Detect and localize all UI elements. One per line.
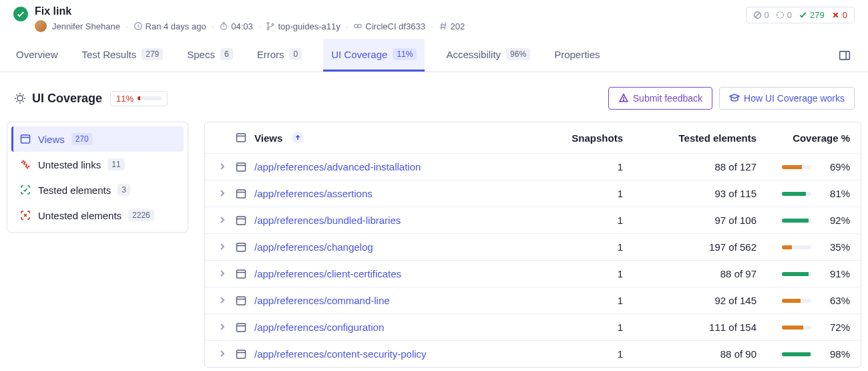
coverage-mini-fill: [138, 96, 140, 100]
view-path[interactable]: /app/references/changelog: [254, 241, 529, 253]
link-broken-icon: [19, 158, 31, 170]
stat-pending: 0: [776, 10, 792, 20]
panel-toggle-icon[interactable]: [835, 45, 855, 66]
author-name: Jennifer Shehane: [52, 21, 120, 31]
svg-rect-22: [237, 217, 246, 225]
status-passed-icon: [13, 7, 28, 21]
sidebar-item-tested-elements[interactable]: Tested elements3: [11, 177, 184, 203]
tested-count: 88 of 90: [623, 348, 756, 360]
tab-overview[interactable]: Overview: [13, 39, 61, 72]
svg-point-3: [268, 28, 270, 30]
sidebar-item-untested-links[interactable]: Untested links11: [11, 152, 184, 177]
coverage-bar: [782, 352, 811, 356]
expand-icon[interactable]: [209, 188, 236, 199]
view-path[interactable]: /app/references/client-certificates: [254, 268, 529, 279]
svg-rect-18: [237, 163, 246, 171]
table-row: /app/references/advanced-installation188…: [205, 153, 861, 180]
table-row: /app/references/changelog1197 of 56235%: [205, 233, 861, 260]
coverage-bar: [782, 192, 811, 196]
snapshot-count: 1: [529, 188, 623, 199]
run-title: Fix link: [35, 5, 465, 17]
svg-rect-32: [237, 350, 246, 358]
expand-icon[interactable]: [209, 241, 236, 253]
sidebar-item-badge: 270: [71, 133, 93, 145]
snapshot-count: 1: [529, 295, 623, 306]
svg-point-13: [623, 100, 624, 100]
coverage-pct: 72%: [821, 322, 850, 333]
view-path[interactable]: /app/references/advanced-installation: [254, 161, 529, 172]
stat-skipped: 0: [753, 10, 769, 20]
view-path[interactable]: /app/references/bundled-libraries: [254, 215, 529, 226]
page-title: UI Coverage: [13, 92, 102, 106]
tab-errors[interactable]: Errors0: [254, 39, 305, 72]
how-works-button[interactable]: How UI Coverage works: [719, 87, 855, 110]
sidebar-item-label: Tested elements: [38, 184, 111, 196]
sidebar: Views270Untested links11Tested elements3…: [7, 122, 188, 233]
expand-icon[interactable]: [209, 161, 236, 172]
tested-count: 93 of 115: [623, 188, 756, 199]
view-path[interactable]: /app/references/assertions: [254, 188, 529, 199]
tab-properties[interactable]: Properties: [552, 39, 602, 72]
table-row: /app/references/configuration1111 of 154…: [205, 314, 861, 340]
snapshot-count: 1: [529, 322, 623, 333]
sidebar-item-untested-elements[interactable]: Untested elements2226: [11, 203, 184, 228]
ci-provider: CircleCI df3633: [353, 21, 425, 31]
tab-accessibility[interactable]: Accessibility96%: [443, 39, 533, 72]
svg-point-2: [268, 22, 270, 24]
coverage-pct: 91%: [821, 268, 850, 279]
window-icon: [19, 133, 31, 145]
svg-rect-26: [237, 270, 246, 278]
expand-icon[interactable]: [209, 215, 236, 226]
sidebar-item-label: Untested elements: [38, 210, 122, 221]
snapshot-count: 1: [529, 268, 623, 279]
expand-icon[interactable]: [209, 348, 236, 360]
expand-icon[interactable]: [209, 268, 236, 279]
sidebar-item-label: Untested links: [38, 159, 101, 170]
expand-icon[interactable]: [209, 295, 236, 306]
svg-rect-20: [237, 190, 246, 198]
window-icon: [236, 269, 254, 279]
coverage-pct: 81%: [821, 188, 850, 199]
tested-count: 88 of 127: [623, 161, 756, 172]
view-path[interactable]: /app/references/configuration: [254, 322, 529, 333]
window-icon: [236, 295, 254, 306]
expand-icon[interactable]: [209, 322, 236, 333]
view-path[interactable]: /app/references/command-line: [254, 295, 529, 306]
window-icon: [236, 215, 254, 226]
sidebar-item-views[interactable]: Views270: [11, 126, 184, 152]
coverage-pct: 69%: [821, 161, 850, 172]
sort-asc-icon[interactable]: [292, 132, 304, 144]
table-row: /app/references/command-line192 of 14563…: [205, 287, 861, 314]
col-views[interactable]: Views: [254, 132, 529, 144]
table-row: /app/references/assertions193 of 11581%: [205, 180, 861, 207]
sidebar-item-badge: 11: [107, 158, 124, 170]
svg-point-6: [358, 24, 361, 27]
view-path[interactable]: /app/references/content-security-policy: [254, 348, 529, 360]
tab-ui-coverage[interactable]: UI Coverage11%: [323, 39, 425, 72]
tested-count: 111 of 154: [623, 322, 756, 333]
tab-specs[interactable]: Specs6: [184, 39, 235, 72]
snapshot-count: 1: [529, 241, 623, 253]
col-snapshots[interactable]: Snapshots: [529, 132, 623, 144]
svg-line-8: [755, 13, 760, 17]
col-coverage[interactable]: Coverage %: [756, 132, 850, 144]
snapshot-count: 1: [529, 215, 623, 226]
svg-rect-30: [237, 324, 246, 332]
target-x-icon: [19, 209, 31, 221]
author-avatar: [35, 20, 47, 32]
views-table: Views Snapshots Tested elements Coverage…: [204, 122, 861, 368]
tab-test-results[interactable]: Test Results279: [79, 39, 166, 72]
svg-rect-24: [237, 243, 246, 251]
svg-point-11: [17, 96, 23, 101]
coverage-bar: [782, 219, 811, 223]
svg-point-4: [272, 23, 274, 25]
col-tested[interactable]: Tested elements: [623, 132, 756, 144]
window-icon: [236, 132, 254, 143]
table-row: /app/references/client-certificates188 o…: [205, 260, 861, 287]
sidebar-item-badge: 2226: [128, 209, 154, 221]
snapshot-count: 1: [529, 348, 623, 360]
submit-feedback-button[interactable]: Submit feedback: [608, 87, 712, 110]
run-stats: 0 0 279 0: [746, 7, 855, 23]
table-row: /app/references/content-security-policy1…: [205, 340, 861, 367]
tested-count: 88 of 97: [623, 268, 756, 279]
